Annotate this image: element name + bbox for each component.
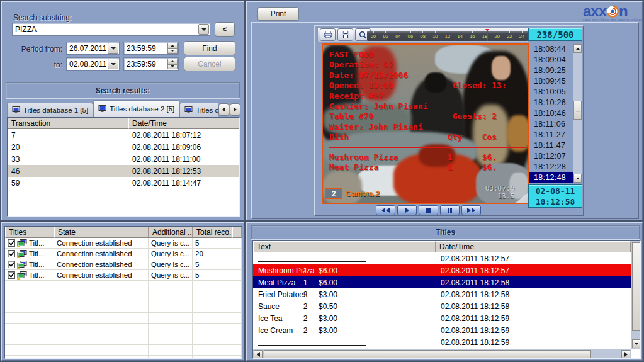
table-row[interactable]: Titl...Connection establishedQuery is c.…	[5, 270, 242, 281]
from-date-dropdown-icon[interactable]	[108, 43, 118, 54]
timeline-position-marker[interactable]	[487, 29, 488, 41]
timestamp-item[interactable]: 18:13:08	[529, 183, 573, 183]
timeline-tick: 18	[480, 31, 490, 39]
overlay-separator-line	[329, 147, 526, 148]
cancel-button[interactable]: Cancel	[184, 57, 235, 71]
column-transaction[interactable]: Transaction	[8, 118, 128, 129]
timestamp-item[interactable]: 18:11:06	[529, 118, 573, 129]
timestamp-item[interactable]: 18:10:46	[529, 108, 573, 118]
row-checkbox[interactable]	[8, 271, 15, 279]
table-row[interactable]: 4602.08.2011 18:12:53	[8, 165, 239, 177]
timestamp-item[interactable]: 18:10:26	[529, 97, 573, 108]
pause-button[interactable]	[440, 205, 460, 215]
save-frame-button[interactable]	[337, 28, 353, 41]
timestamp-item[interactable]: 18:12:07	[529, 150, 573, 161]
transaction-cell: 33	[8, 155, 128, 164]
title-row[interactable]: 02.08.2011 18:12:57	[253, 252, 631, 264]
scrollbar-thumb[interactable]	[573, 101, 582, 120]
timestamp-item[interactable]: 18:11:47	[529, 140, 573, 150]
tab-scroll-left-button[interactable]	[218, 103, 229, 116]
titles-scroll-left-button[interactable]	[254, 350, 263, 358]
item-qty: 1	[298, 278, 312, 287]
cell	[193, 345, 232, 356]
column-datetime[interactable]: Date/Time	[128, 118, 239, 129]
axxon-eye-icon	[606, 5, 619, 18]
to-date-picker[interactable]: 02.08.2011	[66, 57, 120, 71]
table-row[interactable]: 2002.08.2011 18:09:06	[8, 141, 239, 153]
table-row[interactable]: 702.08.2011 18:07:12	[8, 129, 239, 141]
search-dropdown-arrow-icon[interactable]	[198, 24, 209, 35]
column-additional[interactable]: Additional ...	[149, 227, 193, 238]
print-frame-button[interactable]	[320, 28, 336, 41]
titles-horizontal-scrollbar[interactable]	[253, 349, 631, 359]
cell	[54, 291, 149, 302]
column-text[interactable]: Text	[253, 241, 436, 252]
table-row[interactable]: Titl...Connection establishedQuery is c.…	[5, 259, 242, 270]
column-state[interactable]: State	[54, 227, 149, 238]
timestamp-item[interactable]: 18:12:28	[529, 161, 573, 172]
column-total-records[interactable]: Total reco...	[193, 227, 232, 238]
row-checkbox[interactable]	[8, 261, 15, 268]
print-button[interactable]: Print	[257, 7, 299, 21]
play-button[interactable]	[397, 205, 417, 215]
title-row[interactable]: Fried Potatoes2$3.0002.08.2011 18:12:58	[253, 288, 631, 300]
to-time-spin-buttons[interactable]	[167, 59, 178, 69]
column-titles-datetime[interactable]: Date/Time	[436, 241, 630, 252]
titles-vscroll-thumb[interactable]	[632, 242, 640, 331]
search-input[interactable]: PIZZA	[12, 23, 210, 36]
find-button[interactable]: Find	[184, 41, 235, 55]
timestamp-item[interactable]: 18:08:44	[529, 43, 573, 54]
cell	[193, 313, 232, 324]
video-frame[interactable]: FAST FOODOperation: 07Date: 07/15/2006Op…	[322, 43, 529, 204]
cell	[5, 345, 54, 356]
timestamp-item[interactable]: 18:09:25	[529, 65, 573, 76]
timeline-ruler[interactable]: 00020406081012141618202224	[367, 31, 528, 41]
tab-titles-database-2[interactable]: Titles database 2 [5]	[93, 100, 179, 117]
from-time-spin-buttons[interactable]	[167, 43, 178, 54]
titles-scroll-right-button[interactable]	[621, 350, 630, 358]
timestamp-item[interactable]: 18:09:45	[529, 76, 573, 86]
cell: Connection established	[54, 249, 149, 259]
datetime-cell: 02.08.2011 18:12:53	[128, 167, 205, 176]
fast-forward-button[interactable]	[461, 205, 481, 215]
title-row[interactable]: Ice Tea2$3.0002.08.2011 18:12:59	[253, 312, 631, 324]
tab-scroll-right-button[interactable]	[230, 103, 240, 116]
table-row[interactable]: 5902.08.2011 18:14:47	[8, 177, 239, 189]
titles-scroll-down-button[interactable]	[632, 339, 640, 348]
receipt-separator	[258, 345, 366, 346]
tab-titles-database-3[interactable]: Titles dat.	[179, 103, 218, 117]
timestamp-scrollbar[interactable]	[573, 43, 582, 183]
rewind-button[interactable]	[376, 205, 395, 215]
tick-label: 08	[418, 33, 428, 39]
from-time-spinner[interactable]: 23:59:59	[123, 42, 179, 55]
to-date-dropdown-icon[interactable]	[108, 59, 118, 69]
titles-vertical-scrollbar[interactable]	[631, 241, 641, 349]
titles-hscroll-thumb[interactable]	[264, 350, 591, 358]
from-date-picker[interactable]: 26.07.2011	[66, 42, 120, 55]
title-row[interactable]: Mushroom Pizza1$6.0002.08.2011 18:12:57	[253, 264, 631, 276]
timestamp-item[interactable]: 18:11:27	[529, 129, 573, 140]
table-row[interactable]: Titl...Connection establishedQuery is c.…	[5, 249, 242, 259]
to-time-spinner[interactable]: 23:59:59	[123, 57, 179, 71]
title-row[interactable]: Meat Pizza1$6.0002.08.2011 18:12:58	[253, 276, 631, 288]
column-titles[interactable]: Titles	[5, 227, 54, 238]
title-row[interactable]: Ice Cream2$3.0002.08.2011 18:12:59	[253, 324, 631, 336]
timeline-tick: 14	[455, 31, 465, 39]
tab-titles-database-1[interactable]: Titles database 1 [5]	[7, 103, 93, 117]
timestamp-item[interactable]: 18:09:04	[529, 54, 573, 65]
overlay-line: Operation: 07	[329, 60, 526, 70]
title-row[interactable]: Sauce2$0.5002.08.2011 18:12:58	[253, 300, 631, 312]
stop-button[interactable]	[419, 205, 438, 215]
row-checkbox[interactable]	[8, 250, 15, 257]
collapse-panel-button[interactable]: <	[215, 22, 235, 37]
scroll-up-button[interactable]	[573, 44, 582, 53]
timestamp-item[interactable]: 18:10:05	[529, 86, 573, 97]
row-checkbox[interactable]	[8, 239, 15, 247]
table-row[interactable]: 3302.08.2011 18:11:00	[8, 153, 239, 165]
timestamp-item[interactable]: 18:12:48	[529, 172, 573, 183]
cell	[193, 356, 232, 359]
title-row[interactable]: 02.08.2011 18:12:59	[253, 336, 631, 348]
table-row[interactable]: Titl...Connection establishedQuery is c.…	[5, 238, 242, 249]
cell: Connection established	[54, 259, 149, 270]
scroll-down-button[interactable]	[573, 174, 582, 183]
